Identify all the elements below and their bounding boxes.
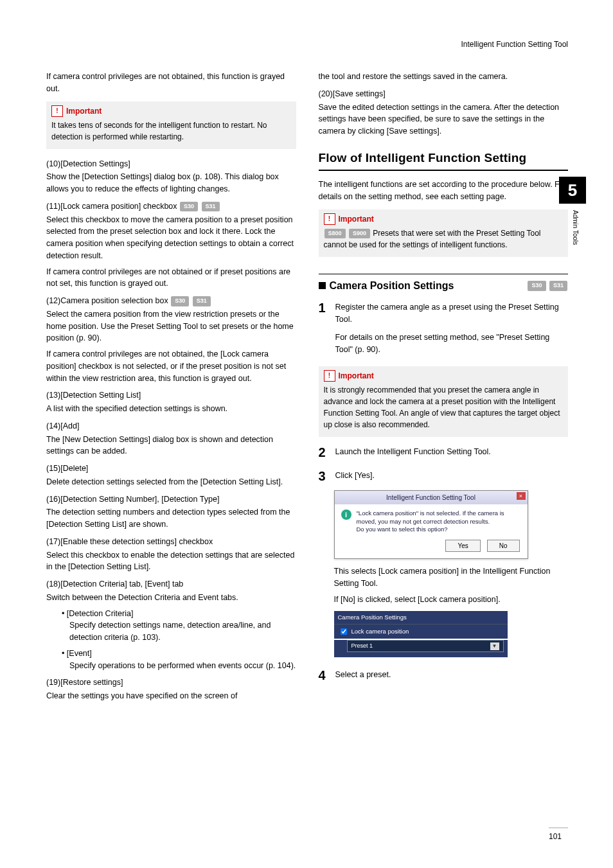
item-17-title: (17)[Enable these detection settings] ch…	[46, 536, 296, 548]
bullet-event-body: Specify operations to be performed when …	[69, 660, 296, 672]
dialog-titlebar: Intelligent Function Setting Tool ×	[335, 491, 528, 504]
important-icon: !	[324, 370, 335, 382]
item-11-body-1: Select this checkbox to move the camera …	[46, 214, 296, 262]
panel-header: Camera Position Settings	[334, 611, 508, 624]
important-icon: !	[324, 213, 335, 225]
dialog-message: "Lock camera position" is not selected. …	[357, 509, 521, 533]
after-dialog-1: This selects [Lock camera position] in t…	[334, 565, 569, 590]
lock-camera-label: Lock camera position	[351, 627, 409, 636]
chevron-down-icon[interactable]: ▼	[490, 642, 499, 650]
item-13-title: (13)[Detection Setting List]	[46, 389, 296, 402]
item-19-continued: the tool and restore the settings saved …	[319, 71, 569, 83]
step-3: 3 Click [Yes].	[319, 470, 569, 486]
important-body: It is strongly recommended that you pres…	[324, 384, 564, 430]
item-14-body: The [New Detection Settings] dialog box …	[46, 434, 296, 458]
item-11-body-2: If camera control privileges are not obt…	[46, 266, 296, 290]
yes-button[interactable]: Yes	[445, 540, 480, 552]
square-bullet-icon	[319, 282, 326, 289]
badge-s800: S800	[324, 229, 346, 239]
step-3-text: Click [Yes].	[335, 470, 569, 482]
preset-dropdown[interactable]: Preset 1 ▼	[347, 640, 504, 653]
no-button[interactable]: No	[487, 540, 520, 552]
item-20-title: (20)[Save settings]	[319, 88, 569, 100]
item-16-title: (16)[Detection Setting Number], [Detecti…	[46, 493, 296, 506]
subsection-row: Camera Position Settings S30 S31	[319, 274, 569, 294]
item-11-title: (11)[Lock camera position] checkbox S30 …	[46, 200, 296, 213]
item-18-title: (18)[Detection Criteria] tab, [Event] ta…	[46, 578, 296, 590]
step-4: 4 Select a preset.	[319, 669, 569, 685]
important-icon: !	[51, 105, 63, 117]
info-icon: i	[341, 509, 351, 520]
badge-s31: S31	[193, 296, 211, 306]
step-number: 3	[319, 470, 329, 486]
badge-s30: S30	[180, 202, 198, 212]
dialog-title-text: Intelligent Function Setting Tool	[386, 493, 475, 502]
badge-s900: S900	[349, 229, 370, 239]
important-box-1: ! Important It takes tens of seconds for…	[46, 102, 296, 149]
chapter-label: Admin Tools	[571, 210, 580, 245]
step-number: 4	[319, 669, 329, 685]
section-heading: Flow of Intelligent Function Setting	[319, 149, 569, 168]
bullet-detection-criteria-body: Specify detection settings name, detecti…	[69, 619, 296, 644]
item-12-body-1: Select the camera position from the view…	[46, 308, 296, 344]
lock-camera-checkbox[interactable]	[341, 628, 347, 635]
step-number: 1	[319, 301, 329, 360]
bullet-event-title: • [Event]	[62, 648, 296, 660]
item-19-title: (19)[Restore settings]	[46, 677, 296, 689]
important-box-2: ! Important S800 S900 Presets that were …	[319, 209, 569, 257]
section-intro: The intelligent functions are set accord…	[319, 179, 569, 203]
right-column: the tool and restore the settings saved …	[319, 71, 569, 706]
item-20-body: Save the edited detection settings in th…	[319, 102, 569, 137]
bullet-detection-criteria-title: • [Detection Criteria]	[62, 608, 296, 620]
important-body: S800 S900 Presets that were set with the…	[324, 227, 564, 251]
lock-camera-row[interactable]: Lock camera position	[334, 624, 508, 639]
intro-text: If camera control privileges are not obt…	[46, 71, 296, 95]
item-18-body: Switch between the Detection Criteria an…	[46, 592, 296, 604]
page-number: 101	[549, 828, 568, 842]
chapter-number: 5	[559, 177, 586, 204]
item-13-body: A list with the specified detection sett…	[46, 403, 296, 415]
step-4-text: Select a preset.	[335, 669, 569, 681]
preset-selected: Preset 1	[351, 642, 373, 651]
item-10-body: Show the [Detection Settings] dialog box…	[46, 171, 296, 195]
step-1: 1 Register the camera angle as a preset …	[319, 301, 569, 360]
header-title: Intelligent Function Setting Tool	[461, 39, 568, 50]
item-15-title: (15)[Delete]	[46, 463, 296, 475]
camera-position-panel: Camera Position Settings Lock camera pos…	[334, 611, 508, 658]
important-title: Important	[339, 213, 374, 225]
item-19-body: Clear the settings you have specified on…	[46, 690, 296, 702]
step-number: 2	[319, 446, 329, 462]
step-1-text-a: Register the camera angle as a preset us…	[335, 301, 569, 326]
badge-s31: S31	[202, 202, 220, 212]
item-17-body: Select this checkbox to enable the detec…	[46, 549, 296, 574]
badge-s30: S30	[528, 281, 546, 291]
item-15-body: Delete detection settings selected from …	[46, 476, 296, 488]
step-1-text-b: For details on the preset setting method…	[335, 332, 569, 356]
item-12-title: (12)Camera position selection box S30 S3…	[46, 295, 296, 307]
item-14-title: (14)[Add]	[46, 420, 296, 432]
important-title: Important	[66, 105, 102, 117]
step-2-text: Launch the Intelligent Function Setting …	[335, 446, 569, 458]
close-icon[interactable]: ×	[517, 492, 526, 500]
item-12-body-2: If camera control privileges are not obt…	[46, 348, 296, 384]
item-10-title: (10)[Detection Settings]	[46, 158, 296, 170]
badge-s31: S31	[549, 281, 567, 291]
badge-s30: S30	[171, 296, 189, 306]
important-body: It takes tens of seconds for the intelli…	[51, 120, 291, 143]
after-dialog-2: If [No] is clicked, select [Lock camera …	[334, 594, 569, 606]
chapter-tab: 5 Admin Tools	[559, 177, 586, 245]
important-box-3: ! Important It is strongly recommended t…	[319, 366, 569, 437]
confirmation-dialog: Intelligent Function Setting Tool × i "L…	[334, 490, 528, 559]
item-16-body: The detection setting numbers and detect…	[46, 506, 296, 531]
step-2: 2 Launch the Intelligent Function Settin…	[319, 446, 569, 462]
important-title: Important	[339, 370, 374, 382]
left-column: If camera control privileges are not obt…	[46, 71, 296, 706]
subsection-title: Camera Position Settings	[330, 278, 454, 294]
